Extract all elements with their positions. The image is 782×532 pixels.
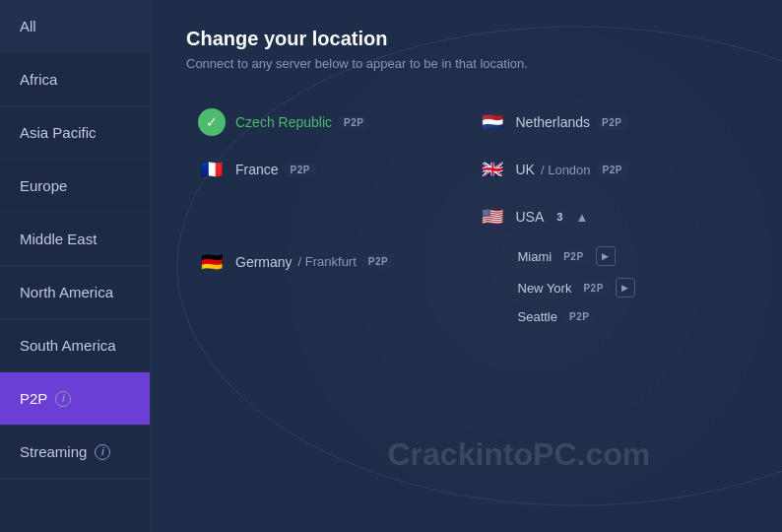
location-czech-republic[interactable]: ✓ Czech Republic P2P	[186, 99, 467, 146]
location-name: Czech Republic P2P	[235, 114, 369, 130]
sub-location-name: New York P2P ▶	[518, 278, 635, 298]
location-germany[interactable]: 🇩🇪 Germany / Frankfurt P2P	[186, 193, 467, 330]
sidebar-item-label: Asia Pacific	[20, 124, 97, 141]
p2p-badge: P2P	[338, 115, 369, 130]
main-content: Change your location Connect to any serv…	[151, 0, 782, 532]
p2p-info-icon[interactable]: i	[55, 391, 71, 407]
sidebar-item-europe[interactable]: Europe	[0, 160, 150, 213]
location-france[interactable]: 🇫🇷 France P2P	[186, 146, 467, 193]
netherlands-flag: 🇳🇱	[479, 108, 506, 136]
sidebar-item-label: Middle East	[20, 231, 97, 247]
germany-flag: 🇩🇪	[198, 248, 226, 276]
location-sub: / Frankfurt	[298, 254, 357, 269]
collapse-button[interactable]: ▲	[575, 210, 588, 225]
play-icon[interactable]: ▶	[616, 278, 635, 298]
uk-flag: 🇬🇧	[479, 156, 506, 183]
location-uk[interactable]: 🇬🇧 UK / London P2P	[467, 146, 748, 193]
usa-flag: 🇺🇸	[479, 203, 506, 231]
sidebar-item-south-america[interactable]: South America	[0, 319, 150, 372]
sidebar: All Africa Asia Pacific Europe Middle Ea…	[0, 0, 151, 532]
sidebar-item-label: Africa	[20, 71, 57, 88]
watermark: CrackintoPC.com	[387, 436, 650, 473]
active-check-icon: ✓	[198, 108, 226, 136]
usa-sub-locations: Miami P2P ▶ New York P2P ▶ Seattle P	[467, 240, 748, 330]
sub-location-name: Miami P2P ▶	[518, 246, 616, 266]
location-name: Germany / Frankfurt P2P	[235, 254, 394, 270]
locations-grid: ✓ Czech Republic P2P 🇳🇱 Netherlands P2P …	[186, 99, 747, 330]
page-title: Change your location	[186, 28, 747, 50]
location-name: Netherlands P2P	[516, 114, 628, 130]
sidebar-item-streaming[interactable]: Streaming i	[0, 426, 150, 479]
sub-location-name: Seattle P2P	[518, 309, 596, 324]
p2p-badge: P2P	[596, 115, 627, 130]
sub-location-new-york[interactable]: New York P2P ▶	[514, 272, 748, 303]
sub-location-seattle[interactable]: Seattle P2P	[514, 303, 748, 330]
sidebar-item-label: P2P	[20, 390, 47, 407]
sidebar-item-label: Europe	[20, 177, 67, 194]
location-netherlands[interactable]: 🇳🇱 Netherlands P2P	[467, 99, 748, 146]
count-badge: 3	[550, 209, 569, 225]
sub-location-miami[interactable]: Miami P2P ▶	[514, 240, 748, 272]
sidebar-item-north-america[interactable]: North America	[0, 266, 150, 319]
p2p-badge: P2P	[597, 163, 628, 177]
p2p-badge: P2P	[285, 163, 316, 177]
p2p-badge: P2P	[563, 309, 595, 324]
sidebar-item-all[interactable]: All	[0, 0, 150, 53]
location-name: France P2P	[235, 162, 316, 177]
location-name: UK / London P2P	[516, 162, 628, 177]
location-name: USA 3 ▲	[516, 209, 589, 225]
sidebar-item-africa[interactable]: Africa	[0, 53, 150, 106]
sidebar-item-label: Streaming	[20, 443, 87, 460]
location-usa[interactable]: 🇺🇸 USA 3 ▲	[467, 193, 748, 240]
streaming-info-icon[interactable]: i	[95, 444, 110, 460]
play-icon[interactable]: ▶	[596, 246, 616, 266]
p2p-badge: P2P	[362, 254, 394, 269]
p2p-badge: P2P	[557, 249, 589, 264]
usa-section: 🇺🇸 USA 3 ▲ Miami P2P ▶	[467, 193, 748, 330]
page-subtitle: Connect to any server below to appear to…	[186, 56, 747, 71]
sidebar-item-middle-east[interactable]: Middle East	[0, 213, 150, 266]
sidebar-item-label: South America	[20, 337, 116, 354]
location-sub: / London	[541, 163, 591, 177]
sidebar-item-asia-pacific[interactable]: Asia Pacific	[0, 106, 150, 160]
p2p-badge: P2P	[577, 281, 609, 296]
sidebar-item-p2p[interactable]: P2P i	[0, 372, 150, 426]
sidebar-item-label: North America	[20, 284, 113, 300]
sidebar-item-label: All	[20, 18, 36, 34]
france-flag: 🇫🇷	[198, 156, 226, 183]
